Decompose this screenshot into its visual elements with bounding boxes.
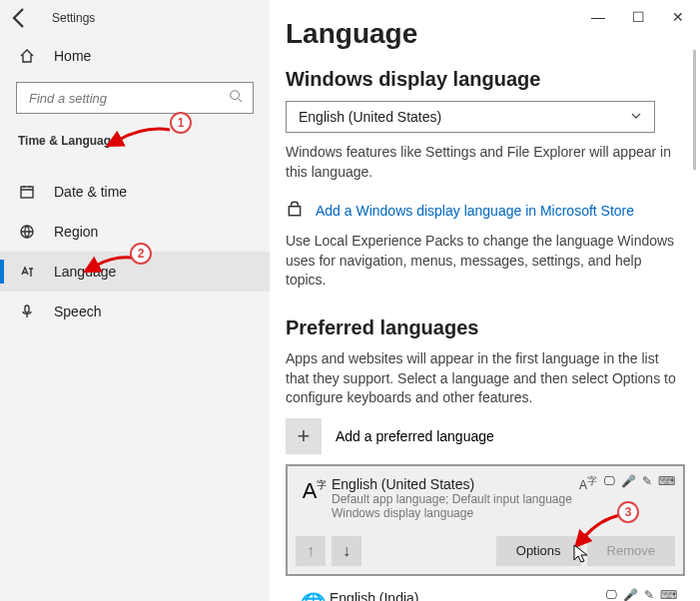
store-link-text[interactable]: Add a Windows display language in Micros…	[316, 203, 634, 219]
annotation-badge-1: 1	[170, 112, 192, 134]
display-icon: 🖵	[603, 474, 615, 492]
handwriting-icon: ✎	[644, 588, 654, 601]
move-up-button: ↑	[296, 536, 326, 566]
language-feature-icons: 🖵 🎤 ✎ ⌨	[605, 588, 677, 601]
app-title: Settings	[52, 11, 95, 25]
move-down-button[interactable]: ↓	[332, 536, 361, 566]
scrollbar[interactable]	[693, 50, 696, 170]
language-icon	[18, 263, 36, 281]
language-card[interactable]: 🌐 English (India) Language pack availabl…	[286, 582, 685, 601]
preferred-desc: Apps and websites will appear in the fir…	[286, 349, 684, 408]
language-glyph-icon: 🌐	[296, 590, 330, 601]
lep-desc: Use Local Experience Packs to change the…	[286, 232, 684, 291]
add-language-label: Add a preferred language	[336, 428, 494, 444]
store-icon	[286, 200, 306, 222]
store-link-row[interactable]: Add a Windows display language in Micros…	[286, 200, 684, 222]
chevron-down-icon	[630, 109, 642, 125]
language-glyph-icon: A字	[298, 476, 332, 520]
speech-icon: 🎤	[623, 588, 638, 601]
search-input[interactable]	[27, 90, 229, 107]
minimize-button[interactable]: —	[578, 2, 618, 32]
nav-item-label: Region	[54, 224, 98, 240]
display-lang-desc: Windows features like Settings and File …	[286, 143, 684, 182]
globe-icon	[18, 223, 36, 241]
svg-rect-1	[21, 187, 33, 198]
close-button[interactable]: ✕	[658, 2, 698, 32]
add-language-row[interactable]: + Add a preferred language	[286, 418, 684, 454]
microphone-icon	[18, 302, 36, 320]
calendar-icon	[18, 183, 36, 201]
search-box[interactable]	[16, 82, 254, 114]
nav-home-label: Home	[54, 48, 91, 64]
display-language-dropdown[interactable]: English (United States)	[286, 101, 655, 133]
maximize-button[interactable]: ☐	[618, 2, 658, 32]
speech-icon: 🎤	[621, 474, 636, 492]
text-to-speech-icon: A字	[579, 474, 597, 492]
annotation-badge-3: 3	[617, 501, 639, 523]
preferred-heading: Preferred languages	[286, 316, 684, 339]
display-lang-heading: Windows display language	[286, 68, 684, 91]
annotation-arrow-1	[115, 126, 175, 152]
keyboard-icon: ⌨	[658, 474, 675, 492]
language-feature-icons: A字 🖵 🎤 ✎ ⌨	[579, 474, 675, 492]
annotation-badge-2: 2	[130, 243, 152, 265]
options-button[interactable]: Options	[496, 536, 581, 566]
titlebar: Settings	[0, 0, 270, 36]
settings-sidebar: Settings Home Time & Language Date & tim…	[0, 0, 270, 601]
nav-home[interactable]: Home	[0, 36, 270, 76]
display-icon: 🖵	[605, 588, 617, 601]
nav-item-label: Date & time	[54, 184, 127, 200]
mouse-cursor	[573, 544, 591, 568]
plus-icon: +	[286, 418, 322, 454]
keyboard-icon: ⌨	[660, 588, 677, 601]
nav-speech[interactable]: Speech	[0, 292, 270, 331]
search-icon	[229, 89, 243, 107]
home-icon	[18, 47, 36, 65]
nav-item-label: Speech	[54, 303, 101, 319]
dropdown-value: English (United States)	[299, 109, 441, 125]
svg-rect-3	[25, 305, 29, 312]
svg-point-0	[231, 91, 240, 100]
nav-date-time[interactable]: Date & time	[0, 172, 270, 212]
handwriting-icon: ✎	[642, 474, 652, 492]
back-button[interactable]	[8, 6, 32, 30]
